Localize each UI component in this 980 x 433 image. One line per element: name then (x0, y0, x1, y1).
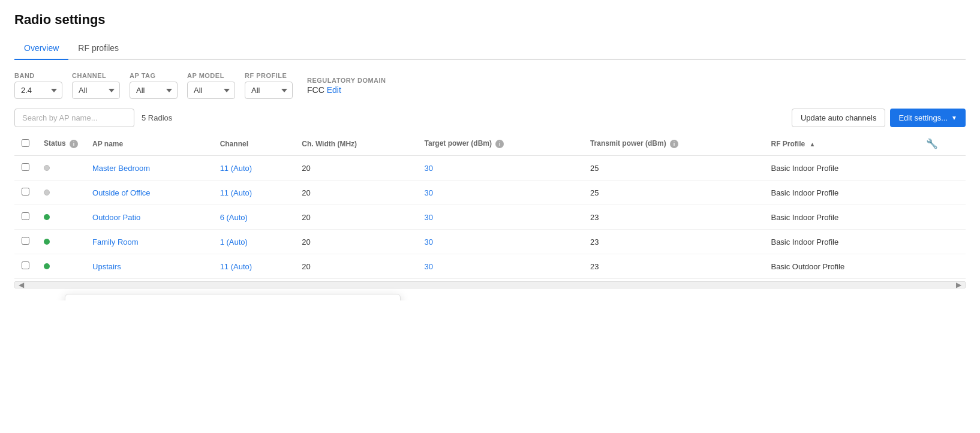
ap-tag-filter: AP TAG All (130, 72, 178, 99)
rf-profile-cell: Basic Indoor Profile (763, 181, 919, 205)
channel-select[interactable]: All 1 6 11 (72, 82, 120, 99)
scroll-right-arrow[interactable]: ▶ (952, 279, 965, 288)
rf-profile-cell: Basic Indoor Profile (763, 156, 919, 181)
tab-bar: Overview RF profiles (14, 37, 966, 60)
status-dot (44, 263, 50, 269)
transmit-power-cell: 25 (583, 181, 764, 205)
rf-profile-sort-icon: ▲ (809, 141, 815, 148)
ap-name-link[interactable]: Outdoor Patio (92, 213, 140, 222)
channel-link[interactable]: 11 (Auto) (220, 262, 252, 271)
transmit-power-cell: 23 (583, 205, 764, 230)
wrench-icon[interactable]: 🔧 (926, 139, 938, 149)
channel-filter: CHANNEL All 1 6 11 (72, 72, 120, 99)
target-power-link[interactable]: 30 (425, 188, 433, 197)
col-rf-profile: RF Profile ▲ (763, 132, 919, 156)
tab-overview[interactable]: Overview (14, 37, 68, 60)
filters-bar: BAND 2.4 5 6 All CHANNEL All 1 6 11 AP T… (14, 72, 966, 99)
rf-profile-cell: Basic Indoor Profile (763, 230, 919, 254)
transmit-power-cell: 25 (583, 156, 764, 181)
ap-name-link[interactable]: Master Bedroom (92, 164, 150, 173)
channel-popup: Channel setting for 2.4 GHz radio on Ups… (65, 294, 401, 300)
col-ch-width: Ch. Width (MHz) (294, 132, 417, 156)
channel-link[interactable]: 1 (Auto) (220, 237, 248, 246)
regulatory-domain-value: FCC Edit (307, 85, 386, 95)
chevron-down-icon: ▼ (951, 115, 957, 121)
toolbar-right: Update auto channels Edit settings... ▼ (792, 109, 966, 127)
search-input[interactable] (14, 109, 134, 127)
scroll-left-arrow[interactable]: ◀ (15, 279, 28, 288)
row-checkbox[interactable] (22, 212, 29, 220)
channel-link[interactable]: 11 (Auto) (220, 164, 252, 173)
ch-width-cell: 20 (294, 230, 417, 254)
ap-name-link[interactable]: Upstairs (92, 262, 121, 271)
col-ap-name: AP name (85, 132, 213, 156)
status-dot (44, 239, 50, 245)
regulatory-domain-label: REGULATORY DOMAIN (307, 77, 386, 84)
col-transmit-power: Transmit power (dBm) i (583, 132, 764, 156)
horizontal-scrollbar[interactable]: ◀ ▶ (14, 281, 966, 288)
row-checkbox[interactable] (22, 163, 29, 171)
rf-profile-select[interactable]: All (245, 82, 293, 99)
rf-profile-label: RF PROFILE (245, 72, 293, 79)
target-power-link[interactable]: 30 (425, 262, 433, 271)
radio-table-wrapper: Status i AP name Channel Ch. Width (MHz)… (14, 132, 966, 288)
ap-tag-label: AP TAG (130, 72, 178, 79)
target-power-link[interactable]: 30 (425, 213, 433, 222)
page-title: Radio settings (14, 12, 966, 28)
channel-label: CHANNEL (72, 72, 120, 79)
table-row: Family Room 1 (Auto) 20 30 23 Basic Indo… (14, 230, 966, 254)
rf-profile-cell: Basic Outdoor Profile (763, 254, 919, 279)
regulatory-domain-edit-link[interactable]: Edit (327, 85, 341, 95)
status-dot (44, 214, 50, 220)
radio-table: Status i AP name Channel Ch. Width (MHz)… (14, 132, 966, 279)
target-power-info-icon: i (495, 140, 504, 148)
table-row: Upstairs 11 (Auto) 20 30 23 Basic Outdoo… (14, 254, 966, 279)
transmit-power-cell: 23 (583, 230, 764, 254)
tab-rf-profiles[interactable]: RF profiles (68, 37, 128, 60)
col-channel: Channel (213, 132, 295, 156)
ch-width-cell: 20 (294, 181, 417, 205)
col-status: Status i (37, 132, 85, 156)
band-select[interactable]: 2.4 5 6 All (14, 82, 62, 99)
row-checkbox[interactable] (22, 261, 29, 269)
status-info-icon: i (70, 140, 78, 148)
table-row: Outside of Office 11 (Auto) 20 30 25 Bas… (14, 181, 966, 205)
table-toolbar: 5 Radios Update auto channels Edit setti… (14, 109, 966, 127)
ap-name-link[interactable]: Outside of Office (92, 188, 151, 197)
ap-name-link[interactable]: Family Room (92, 237, 139, 246)
target-power-link[interactable]: 30 (425, 164, 433, 173)
target-power-link[interactable]: 30 (425, 237, 433, 246)
row-checkbox[interactable] (22, 188, 29, 196)
col-actions: 🔧 (919, 132, 966, 156)
transmit-power-cell: 23 (583, 254, 764, 279)
update-auto-channels-button[interactable]: Update auto channels (792, 109, 885, 127)
toolbar-left: 5 Radios (14, 109, 172, 127)
ap-model-label: AP MODEL (187, 72, 235, 79)
status-dot (44, 190, 50, 196)
channel-link[interactable]: 11 (Auto) (220, 188, 252, 197)
channel-link[interactable]: 6 (Auto) (220, 213, 248, 222)
ap-tag-select[interactable]: All (130, 82, 178, 99)
ap-model-select[interactable]: All (187, 82, 235, 99)
ch-width-cell: 20 (294, 156, 417, 181)
transmit-power-info-icon: i (670, 140, 678, 148)
radios-count: 5 Radios (142, 113, 172, 122)
regulatory-domain-group: REGULATORY DOMAIN FCC Edit (307, 77, 386, 95)
status-dot (44, 165, 50, 171)
band-filter: BAND 2.4 5 6 All (14, 72, 62, 99)
edit-settings-button[interactable]: Edit settings... ▼ (890, 109, 966, 127)
band-label: BAND (14, 72, 62, 79)
ch-width-cell: 20 (294, 205, 417, 230)
col-target-power: Target power (dBm) i (417, 132, 583, 156)
ch-width-cell: 20 (294, 254, 417, 279)
ap-model-filter: AP MODEL All (187, 72, 235, 99)
rf-profile-filter: RF PROFILE All (245, 72, 293, 99)
rf-profile-cell: Basic Indoor Profile (763, 205, 919, 230)
row-checkbox[interactable] (22, 237, 29, 245)
table-row: Master Bedroom 11 (Auto) 20 30 25 Basic … (14, 156, 966, 181)
select-all-checkbox[interactable] (22, 139, 29, 147)
table-row: Outdoor Patio 6 (Auto) 20 30 23 Basic In… (14, 205, 966, 230)
